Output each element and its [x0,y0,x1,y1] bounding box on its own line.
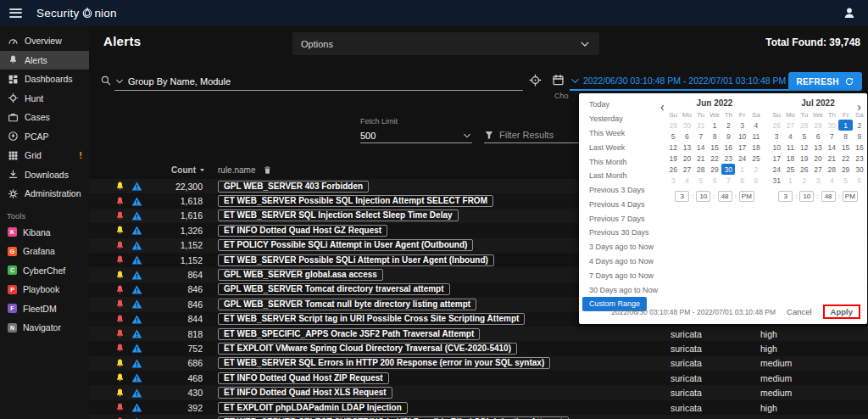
brand-logo[interactable]: Security nion [36,7,117,20]
remove-groupby-trash-icon[interactable] [263,165,272,175]
sidebar-item-hunt[interactable]: Hunt [0,89,89,109]
alert-count[interactable]: 844 [157,314,206,324]
bell-severity-icon[interactable] [114,225,125,236]
day-cell[interactable]: 9 [749,175,763,186]
quick-range-previous-7-days[interactable]: Previous 7 Days [582,211,652,226]
day-cell[interactable]: 27 [811,164,825,175]
escalate-warning-icon[interactable] [131,210,142,221]
crosshair-gps-icon[interactable] [529,74,542,87]
event-severity-value[interactable]: medium [732,358,868,368]
alert-count[interactable]: 1,152 [157,240,206,250]
day-cell[interactable]: 14 [694,142,708,153]
day-cell[interactable]: 4 [680,175,693,186]
quick-range-yesterday[interactable]: Yesterday [582,112,630,126]
day-cell[interactable]: 11 [749,131,763,142]
quick-range-7-days-ago-to-now[interactable]: 7 Days ago to Now [582,268,660,282]
day-cell[interactable]: 1 [708,120,721,131]
alert-count[interactable]: 22,300 [157,182,206,192]
day-cell[interactable]: 10 [735,131,748,142]
quick-range-last-month[interactable]: Last Month [582,169,634,183]
rule-name-value[interactable]: ET WEB_SERVER Possible SQL Injection Att… [218,195,493,207]
sidebar-item-grafana[interactable]: G Grafana [0,242,89,261]
day-cell[interactable]: 6 [853,175,866,186]
cancel-button[interactable]: Cancel [787,307,812,316]
day-cell[interactable]: 21 [825,153,838,164]
menu-toggle-icon[interactable] [9,8,22,18]
day-cell[interactable]: 4 [825,175,838,186]
day-cell[interactable]: 2 [853,120,866,131]
day-cell[interactable]: 9 [853,131,866,142]
day-cell[interactable]: 12 [798,142,811,153]
rule-name-value[interactable]: ET EXPLOIT VMware Spring Cloud Directory… [218,343,517,355]
day-cell[interactable]: 20 [811,153,825,164]
rule-name-value[interactable]: GPL WEB_SERVER Tomcat null byte director… [218,299,476,310]
escalate-warning-icon[interactable] [131,314,142,325]
day-cell[interactable]: 31 [770,175,783,186]
rule-name-value[interactable]: ET INFO Dotted Quad Host GZ Request [218,225,387,237]
day-cell[interactable]: 17 [735,142,748,153]
time-segment[interactable]: 10 [799,191,814,202]
event-severity-value[interactable]: high [732,344,868,354]
event-module-value[interactable]: suricata [647,388,732,398]
day-cell[interactable]: 6 [811,131,825,142]
quick-range-previous-4-days[interactable]: Previous 4 Days [582,197,652,211]
escalate-warning-icon[interactable] [131,402,142,413]
day-cell[interactable]: 7 [721,175,735,186]
alert-count[interactable]: 818 [157,329,206,339]
bell-severity-icon[interactable] [114,196,125,207]
bell-severity-icon[interactable] [114,254,125,265]
time-segment[interactable]: 3 [778,191,793,202]
alert-count[interactable]: 392 [157,403,206,413]
day-cell[interactable]: 13 [811,142,825,153]
day-cell[interactable]: 10 [770,142,783,153]
rule-name-value[interactable]: ET POLICY Possible SQLi Attempt in User … [218,239,473,251]
day-cell[interactable]: 5 [798,131,811,142]
day-cell[interactable]: 30 [721,164,735,175]
day-cell[interactable]: 8 [838,131,852,142]
day-cell[interactable]: 24 [770,164,783,175]
day-cell[interactable]: 1 [783,175,797,186]
day-cell[interactable]: 30 [853,164,866,175]
rule-name-value[interactable]: ET WEB_SERVER SQL Injection Select Sleep… [218,210,459,221]
day-cell[interactable]: 3 [735,120,748,131]
day-cell[interactable]: 5 [838,175,852,186]
event-module-value[interactable]: suricata [647,373,732,383]
alert-count[interactable]: 430 [157,388,206,398]
sidebar-item-downloads[interactable]: Downloads [0,165,89,185]
escalate-warning-icon[interactable] [131,270,142,281]
escalate-warning-icon[interactable] [131,254,142,265]
escalate-warning-icon[interactable] [131,372,142,383]
day-cell[interactable]: 5 [694,175,708,186]
event-severity-value[interactable]: medium [732,373,868,383]
day-cell[interactable]: 3 [666,175,680,186]
sidebar-item-playbook[interactable]: P Playbook [0,280,89,299]
time-segment[interactable]: 48 [821,191,836,202]
day-cell[interactable]: 7 [694,131,708,142]
rule-name-value[interactable]: ET WEB_SERVER SQL Errors in HTTP 200 Res… [218,357,550,369]
event-severity-value[interactable]: high [732,403,868,413]
escalate-warning-icon[interactable] [131,240,142,251]
escalate-warning-icon[interactable] [131,358,142,369]
day-cell[interactable]: 28 [798,120,811,131]
count-column-header[interactable]: Count [157,165,206,175]
next-month-button[interactable]: › [857,101,861,113]
options-expander[interactable]: Options [292,32,599,55]
day-cell[interactable]: 29 [838,164,852,175]
day-cell[interactable]: 3 [770,131,783,142]
calendar-icon[interactable] [552,74,565,87]
day-cell[interactable]: 23 [721,153,735,164]
day-cell[interactable]: 22 [838,153,852,164]
day-cell[interactable]: 2 [721,120,735,131]
alert-count[interactable]: 686 [157,358,206,368]
quick-range-30-days-ago-to-now[interactable]: 30 Days ago to Now [582,282,665,297]
quick-range-this-week[interactable]: This Week [582,126,632,141]
alert-count[interactable]: 1,326 [157,226,206,236]
bell-severity-icon[interactable] [114,343,125,354]
rule-name-value[interactable]: GPL WEB_SERVER 403 Forbidden [218,181,369,193]
day-cell[interactable]: 23 [853,153,866,164]
time-segment[interactable]: 3 [675,191,689,202]
alert-count[interactable]: 752 [157,344,206,354]
quick-range-3-days-ago-to-now[interactable]: 3 Days ago to Now [582,240,660,254]
bell-severity-icon[interactable] [114,181,125,192]
bell-severity-icon[interactable] [114,299,125,310]
